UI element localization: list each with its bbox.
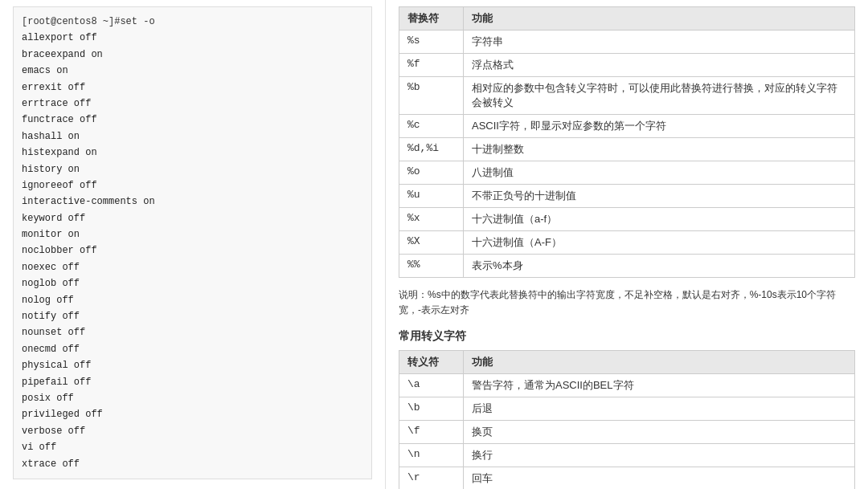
table-row: %f浮点格式 [399, 54, 855, 77]
terminal-line: onecmd off [22, 341, 363, 357]
terminal-line: braceexpand on [22, 47, 363, 63]
table-cell-desc: 不带正负号的十进制值 [464, 185, 855, 208]
table-cell-desc: 十六进制值（A-F） [464, 231, 855, 255]
terminal-line: keyword off [22, 210, 363, 226]
table-row: %o八进制值 [399, 161, 855, 185]
table-cell-symbol: %o [399, 161, 464, 185]
terminal-line: pipefail off [22, 374, 363, 390]
left-panel: [root@centos8 ~]#set -o allexport offbra… [0, 0, 386, 489]
table-cell-desc: 换页 [464, 421, 855, 444]
table-cell-escape: \r [399, 467, 464, 489]
table-cell-escape: \n [399, 444, 464, 467]
terminal-line: verbose off [22, 423, 363, 439]
table-cell-symbol: %u [399, 185, 464, 208]
table-cell-desc: 十六进制值（a-f） [464, 208, 855, 231]
terminal-line: nolog off [22, 292, 363, 308]
terminal-line: emacs on [22, 63, 363, 79]
table-cell-desc: 八进制值 [464, 161, 855, 185]
table1-body: %s字符串%f浮点格式%b相对应的参数中包含转义字符时，可以使用此替换符进行替换… [399, 31, 855, 278]
table-row: %d,%i十进制整数 [399, 138, 855, 161]
table-row: \f换页 [399, 421, 855, 444]
terminal-line: history on [22, 161, 363, 177]
table-cell-desc: 换行 [464, 444, 855, 467]
table-row: %b相对应的参数中包含转义字符时，可以使用此替换符进行替换，对应的转义字符会被转… [399, 77, 855, 115]
table-cell-desc: 后退 [464, 397, 855, 421]
terminal-line: histexpand on [22, 145, 363, 161]
terminal-line: vi off [22, 439, 363, 455]
col-header-1: 替换符 [399, 7, 464, 31]
table-row: \r回车 [399, 467, 855, 489]
terminal-line: functrace off [22, 112, 363, 128]
table-row: \a警告字符，通常为ASCII的BEL字符 [399, 374, 855, 397]
right-panel: 替换符 功能 %s字符串%f浮点格式%b相对应的参数中包含转义字符时，可以使用此… [386, 0, 868, 489]
terminal-line: errtrace off [22, 96, 363, 112]
terminal-line: notify off [22, 308, 363, 324]
esc-col-header-2: 功能 [464, 351, 855, 374]
table-cell-desc: ASCII字符，即显示对应参数的第一个字符 [464, 115, 855, 138]
terminal-lines: allexport offbraceexpand onemacs onerrex… [22, 30, 363, 472]
table-cell-desc: 回车 [464, 467, 855, 489]
table-row: %cASCII字符，即显示对应参数的第一个字符 [399, 115, 855, 138]
table-cell-symbol: %X [399, 231, 464, 255]
table-cell-symbol: %s [399, 31, 464, 54]
terminal-line: physical off [22, 357, 363, 373]
escape-table: 转义符 功能 \a警告字符，通常为ASCII的BEL字符\b后退\f换页\n换行… [399, 350, 855, 489]
table-cell-desc: 十进制整数 [464, 138, 855, 161]
table-cell-symbol: %c [399, 115, 464, 138]
table-row: %x十六进制值（a-f） [399, 208, 855, 231]
table-row: \n换行 [399, 444, 855, 467]
table-cell-symbol: %f [399, 54, 464, 77]
terminal-line: monitor on [22, 226, 363, 242]
table-cell-escape: \f [399, 421, 464, 444]
table-cell-symbol: %x [399, 208, 464, 231]
terminal-line: xtrace off [22, 456, 363, 472]
terminal-prompt: [root@centos8 ~]#set -o [22, 14, 363, 30]
terminal-block: [root@centos8 ~]#set -o allexport offbra… [13, 6, 372, 479]
table-cell-desc: 字符串 [464, 31, 855, 54]
table-cell-symbol: %b [399, 77, 464, 115]
table-row: %%表示%本身 [399, 255, 855, 278]
terminal-line: allexport off [22, 30, 363, 46]
col-header-2: 功能 [464, 7, 855, 31]
table-row: %s字符串 [399, 31, 855, 54]
note-text: 说明：%s中的数字代表此替换符中的输出字符宽度，不足补空格，默认是右对齐，%-1… [399, 287, 855, 318]
terminal-line: interactive-comments on [22, 194, 363, 210]
terminal-line: hashall on [22, 128, 363, 145]
terminal-line: noglob off [22, 275, 363, 291]
table-cell-desc: 相对应的参数中包含转义字符时，可以使用此替换符进行替换，对应的转义字符会被转义 [464, 77, 855, 115]
esc-col-header-1: 转义符 [399, 351, 464, 374]
table-cell-escape: \b [399, 397, 464, 421]
terminal-line: errexit off [22, 79, 363, 96]
terminal-line: ignoreeof off [22, 177, 363, 194]
table-cell-desc: 浮点格式 [464, 54, 855, 77]
terminal-line: noclobber off [22, 242, 363, 259]
table-cell-desc: 警告字符，通常为ASCII的BEL字符 [464, 374, 855, 397]
table-cell-escape: \a [399, 374, 464, 397]
table-row: \b后退 [399, 397, 855, 421]
table2-body: \a警告字符，通常为ASCII的BEL字符\b后退\f换页\n换行\r回车\t水… [399, 374, 855, 489]
table-row: %u不带正负号的十进制值 [399, 185, 855, 208]
replace-table: 替换符 功能 %s字符串%f浮点格式%b相对应的参数中包含转义字符时，可以使用此… [399, 6, 855, 278]
terminal-line: nounset off [22, 324, 363, 340]
terminal-line: posix off [22, 390, 363, 406]
table-row: %X十六进制值（A-F） [399, 231, 855, 255]
table2-label: 常用转义字符 [399, 329, 855, 344]
terminal-line: privileged off [22, 406, 363, 422]
table-cell-symbol: %d,%i [399, 138, 464, 161]
terminal-line: noexec off [22, 259, 363, 275]
table-cell-desc: 表示%本身 [464, 255, 855, 278]
table-cell-symbol: %% [399, 255, 464, 278]
